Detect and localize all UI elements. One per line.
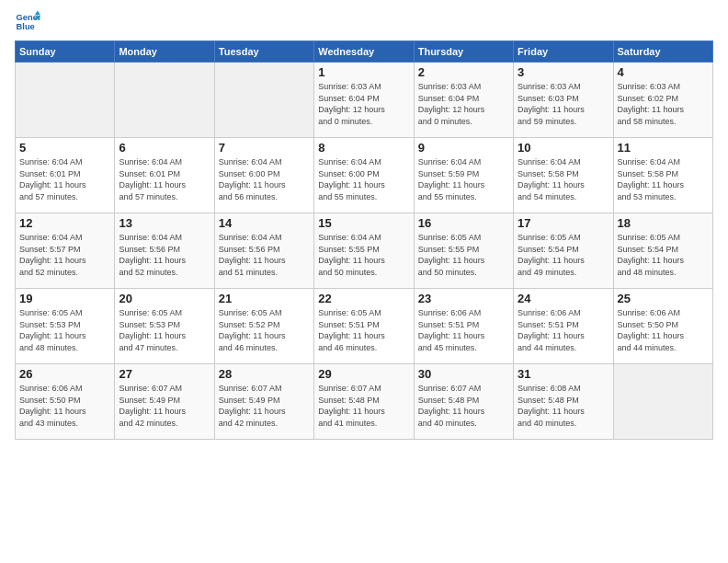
day-number: 18 [618,216,709,230]
day-number: 3 [518,65,609,79]
day-number: 5 [19,141,110,155]
day-info: Sunrise: 6:03 AM Sunset: 6:02 PM Dayligh… [618,81,709,127]
day-info: Sunrise: 6:05 AM Sunset: 5:51 PM Dayligh… [318,307,409,353]
page-container: General Blue SundayMondayTuesdayWednesda… [0,0,728,447]
calendar-cell: 16Sunrise: 6:05 AM Sunset: 5:55 PM Dayli… [414,213,513,289]
svg-text:Blue: Blue [17,22,35,31]
day-number: 16 [418,216,509,230]
day-info: Sunrise: 6:03 AM Sunset: 6:04 PM Dayligh… [418,81,509,127]
day-number: 2 [418,65,509,79]
day-number: 20 [119,292,210,305]
weekday-header-row: SundayMondayTuesdayWednesdayThursdayFrid… [16,41,713,63]
calendar-cell: 20Sunrise: 6:05 AM Sunset: 5:53 PM Dayli… [115,289,214,364]
day-number: 26 [19,367,110,381]
day-info: Sunrise: 6:03 AM Sunset: 6:04 PM Dayligh… [318,81,409,127]
calendar-week-1: 1Sunrise: 6:03 AM Sunset: 6:04 PM Daylig… [16,63,713,138]
day-number: 25 [618,292,709,305]
day-number: 8 [318,141,409,155]
calendar-cell [613,364,712,440]
calendar-week-4: 19Sunrise: 6:05 AM Sunset: 5:53 PM Dayli… [16,289,713,364]
day-number: 23 [418,292,509,305]
calendar-cell: 26Sunrise: 6:06 AM Sunset: 5:50 PM Dayli… [16,364,115,440]
calendar-cell [16,63,115,138]
day-info: Sunrise: 6:05 AM Sunset: 5:53 PM Dayligh… [119,307,210,353]
calendar-week-3: 12Sunrise: 6:04 AM Sunset: 5:57 PM Dayli… [16,213,713,289]
day-number: 28 [219,367,310,381]
day-info: Sunrise: 6:08 AM Sunset: 5:48 PM Dayligh… [518,383,609,429]
day-number: 11 [618,141,709,155]
day-number: 10 [518,141,609,155]
calendar-cell: 5Sunrise: 6:04 AM Sunset: 6:01 PM Daylig… [16,138,115,213]
calendar-cell: 15Sunrise: 6:04 AM Sunset: 5:55 PM Dayli… [314,213,414,289]
calendar-cell: 24Sunrise: 6:06 AM Sunset: 5:51 PM Dayli… [514,289,613,364]
day-number: 15 [318,216,409,230]
day-number: 14 [219,216,310,230]
calendar-week-5: 26Sunrise: 6:06 AM Sunset: 5:50 PM Dayli… [16,364,713,440]
day-info: Sunrise: 6:04 AM Sunset: 5:56 PM Dayligh… [119,232,210,278]
calendar-header: SundayMondayTuesdayWednesdayThursdayFrid… [16,41,713,63]
day-info: Sunrise: 6:05 AM Sunset: 5:53 PM Dayligh… [19,307,110,353]
day-number: 21 [219,292,310,305]
day-number: 1 [318,65,409,79]
calendar-cell [214,63,313,138]
calendar-cell: 17Sunrise: 6:05 AM Sunset: 5:54 PM Dayli… [514,213,613,289]
day-info: Sunrise: 6:07 AM Sunset: 5:49 PM Dayligh… [119,383,210,429]
day-number: 7 [219,141,310,155]
calendar-cell: 14Sunrise: 6:04 AM Sunset: 5:56 PM Dayli… [214,213,313,289]
day-number: 19 [19,292,110,305]
day-number: 27 [119,367,210,381]
calendar-table: SundayMondayTuesdayWednesdayThursdayFrid… [15,40,713,440]
day-info: Sunrise: 6:04 AM Sunset: 6:01 PM Dayligh… [119,156,210,202]
calendar-cell: 18Sunrise: 6:05 AM Sunset: 5:54 PM Dayli… [613,213,712,289]
calendar-cell: 4Sunrise: 6:03 AM Sunset: 6:02 PM Daylig… [613,63,712,138]
calendar-week-2: 5Sunrise: 6:04 AM Sunset: 6:01 PM Daylig… [16,138,713,213]
calendar-cell: 10Sunrise: 6:04 AM Sunset: 5:58 PM Dayli… [514,138,613,213]
weekday-header-tuesday: Tuesday [214,41,313,63]
day-info: Sunrise: 6:05 AM Sunset: 5:55 PM Dayligh… [418,232,509,278]
calendar-cell: 23Sunrise: 6:06 AM Sunset: 5:51 PM Dayli… [414,289,513,364]
calendar-body: 1Sunrise: 6:03 AM Sunset: 6:04 PM Daylig… [16,63,713,440]
day-info: Sunrise: 6:04 AM Sunset: 5:57 PM Dayligh… [19,232,110,278]
day-number: 22 [318,292,409,305]
day-info: Sunrise: 6:04 AM Sunset: 5:55 PM Dayligh… [318,232,409,278]
calendar-cell: 11Sunrise: 6:04 AM Sunset: 5:58 PM Dayli… [613,138,712,213]
day-info: Sunrise: 6:05 AM Sunset: 5:52 PM Dayligh… [219,307,310,353]
day-info: Sunrise: 6:04 AM Sunset: 5:58 PM Dayligh… [618,156,709,202]
calendar-cell [115,63,214,138]
weekday-header-friday: Friday [514,41,613,63]
day-info: Sunrise: 6:04 AM Sunset: 5:58 PM Dayligh… [518,156,609,202]
day-number: 29 [318,367,409,381]
logo: General Blue [15,9,40,35]
day-number: 24 [518,292,609,305]
day-info: Sunrise: 6:06 AM Sunset: 5:51 PM Dayligh… [518,307,609,353]
calendar-cell: 28Sunrise: 6:07 AM Sunset: 5:49 PM Dayli… [214,364,313,440]
calendar-cell: 31Sunrise: 6:08 AM Sunset: 5:48 PM Dayli… [514,364,613,440]
day-number: 17 [518,216,609,230]
calendar-cell: 1Sunrise: 6:03 AM Sunset: 6:04 PM Daylig… [314,63,414,138]
day-number: 4 [618,65,709,79]
day-info: Sunrise: 6:04 AM Sunset: 6:01 PM Dayligh… [19,156,110,202]
day-info: Sunrise: 6:05 AM Sunset: 5:54 PM Dayligh… [518,232,609,278]
weekday-header-monday: Monday [115,41,214,63]
day-number: 6 [119,141,210,155]
calendar-cell: 22Sunrise: 6:05 AM Sunset: 5:51 PM Dayli… [314,289,414,364]
calendar-cell: 30Sunrise: 6:07 AM Sunset: 5:48 PM Dayli… [414,364,513,440]
day-info: Sunrise: 6:04 AM Sunset: 6:00 PM Dayligh… [219,156,310,202]
day-info: Sunrise: 6:07 AM Sunset: 5:48 PM Dayligh… [418,383,509,429]
day-info: Sunrise: 6:06 AM Sunset: 5:50 PM Dayligh… [19,383,110,429]
day-info: Sunrise: 6:07 AM Sunset: 5:49 PM Dayligh… [219,383,310,429]
weekday-header-sunday: Sunday [16,41,115,63]
day-info: Sunrise: 6:04 AM Sunset: 5:56 PM Dayligh… [219,232,310,278]
calendar-cell: 13Sunrise: 6:04 AM Sunset: 5:56 PM Dayli… [115,213,214,289]
day-number: 12 [19,216,110,230]
calendar-cell: 8Sunrise: 6:04 AM Sunset: 6:00 PM Daylig… [314,138,414,213]
calendar-cell: 25Sunrise: 6:06 AM Sunset: 5:50 PM Dayli… [613,289,712,364]
calendar-cell: 19Sunrise: 6:05 AM Sunset: 5:53 PM Dayli… [16,289,115,364]
day-info: Sunrise: 6:06 AM Sunset: 5:50 PM Dayligh… [618,307,709,353]
calendar-cell: 2Sunrise: 6:03 AM Sunset: 6:04 PM Daylig… [414,63,513,138]
day-number: 13 [119,216,210,230]
day-info: Sunrise: 6:05 AM Sunset: 5:54 PM Dayligh… [618,232,709,278]
calendar-cell: 6Sunrise: 6:04 AM Sunset: 6:01 PM Daylig… [115,138,214,213]
calendar-cell: 3Sunrise: 6:03 AM Sunset: 6:03 PM Daylig… [514,63,613,138]
day-info: Sunrise: 6:07 AM Sunset: 5:48 PM Dayligh… [318,383,409,429]
